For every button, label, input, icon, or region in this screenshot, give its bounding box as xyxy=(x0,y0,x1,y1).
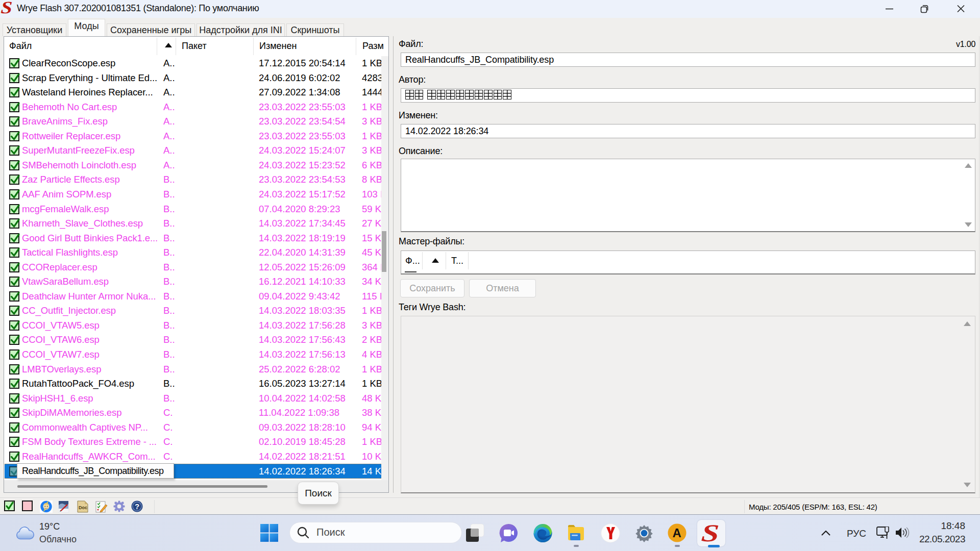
svg-text:?: ? xyxy=(135,502,139,511)
svg-text:Doc: Doc xyxy=(79,505,87,510)
svg-text:A: A xyxy=(673,526,681,540)
